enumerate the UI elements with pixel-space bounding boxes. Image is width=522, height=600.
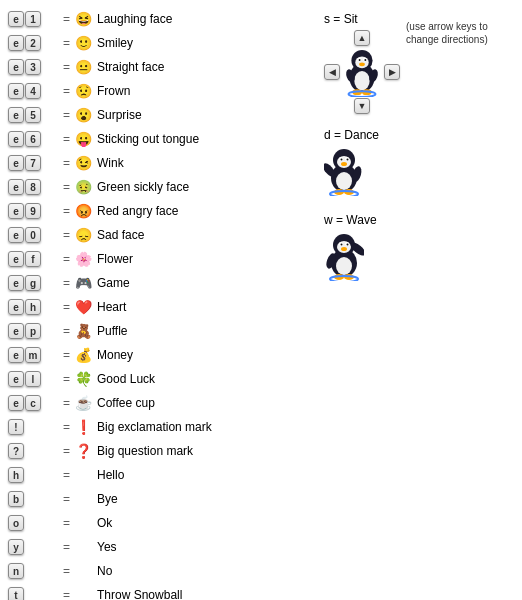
equals-sign: = [63, 180, 70, 194]
left-arrow-btn[interactable]: ◀ [324, 64, 340, 80]
keyboard-key[interactable]: 4 [25, 83, 41, 99]
shortcut-label: Hello [97, 468, 124, 482]
shortcut-emoji: ☕ [73, 393, 93, 413]
keyboard-key[interactable]: e [8, 203, 24, 219]
equals-sign: = [63, 228, 70, 242]
shortcut-emoji: 🧸 [73, 321, 93, 341]
svg-point-35 [347, 244, 349, 246]
sit-note: (use arrow keys to change directions) [406, 20, 501, 46]
main-container: e1=😆Laughing facee2=🙂Smileye3=😐Straight … [8, 8, 514, 600]
keyboard-key[interactable]: 3 [25, 59, 41, 75]
keyboard-key[interactable]: e [8, 371, 24, 387]
keyboard-key[interactable]: 1 [25, 11, 41, 27]
keyboard-key[interactable]: t [8, 587, 24, 600]
shortcut-row: e4=😟Frown [8, 80, 314, 102]
equals-sign: = [63, 132, 70, 146]
key-group: ! [8, 419, 60, 435]
right-arrow-btn[interactable]: ▶ [384, 64, 400, 80]
equals-sign: = [63, 108, 70, 122]
keyboard-key[interactable]: e [8, 131, 24, 147]
equals-sign: = [63, 84, 70, 98]
keyboard-key[interactable]: h [25, 299, 41, 315]
keyboard-key[interactable]: e [8, 59, 24, 75]
svg-point-7 [364, 59, 366, 61]
keyboard-key[interactable]: e [8, 395, 24, 411]
shortcut-row: h=Hello [8, 464, 314, 486]
keyboard-key[interactable]: e [8, 11, 24, 27]
shortcut-row: e8=🤢Green sickly face [8, 176, 314, 198]
keyboard-key[interactable]: 8 [25, 179, 41, 195]
key-group: b [8, 491, 60, 507]
equals-sign: = [63, 372, 70, 386]
keyboard-key[interactable]: e [8, 107, 24, 123]
key-group: e5 [8, 107, 60, 123]
shortcut-row: e5=😮Surprise [8, 104, 314, 126]
keyboard-key[interactable]: m [25, 347, 41, 363]
shortcut-row: e0=😞Sad face [8, 224, 314, 246]
keyboard-key[interactable]: e [8, 347, 24, 363]
keyboard-key[interactable]: e [8, 179, 24, 195]
shortcut-label: Big question mark [97, 444, 193, 458]
equals-sign: = [63, 492, 70, 506]
keyboard-key[interactable]: 5 [25, 107, 41, 123]
keyboard-key[interactable]: ? [8, 443, 24, 459]
shortcut-label: Money [97, 348, 133, 362]
keyboard-key[interactable]: o [8, 515, 24, 531]
keyboard-key[interactable]: p [25, 323, 41, 339]
dance-section: d = Dance [324, 128, 379, 199]
keyboard-key[interactable]: l [25, 371, 41, 387]
key-group: eh [8, 299, 60, 315]
keyboard-key[interactable]: 2 [25, 35, 41, 51]
shortcut-label: No [97, 564, 112, 578]
svg-point-20 [341, 159, 343, 161]
shortcut-row: e1=😆Laughing face [8, 8, 314, 30]
shortcut-row: o=Ok [8, 512, 314, 534]
keyboard-key[interactable]: 9 [25, 203, 41, 219]
up-arrow-btn[interactable]: ▲ [354, 30, 370, 46]
shortcut-emoji: 😐 [73, 57, 93, 77]
penguin-sit-image [342, 47, 382, 97]
key-group: ef [8, 251, 60, 267]
keyboard-key[interactable]: e [8, 275, 24, 291]
keyboard-key[interactable]: 7 [25, 155, 41, 171]
shortcut-emoji: 😉 [73, 153, 93, 173]
key-group: t [8, 587, 60, 600]
shortcut-row: ec=☕Coffee cup [8, 392, 314, 414]
keyboard-key[interactable]: y [8, 539, 24, 555]
equals-sign: = [63, 324, 70, 338]
keyboard-key[interactable]: c [25, 395, 41, 411]
dance-label: d = Dance [324, 128, 379, 142]
equals-sign: = [63, 564, 70, 578]
key-group: e9 [8, 203, 60, 219]
keyboard-key[interactable]: b [8, 491, 24, 507]
shortcut-row: eg=🎮Game [8, 272, 314, 294]
keyboard-key[interactable]: e [8, 35, 24, 51]
keyboard-key[interactable]: n [8, 563, 24, 579]
shortcut-label: Sad face [97, 228, 144, 242]
shortcut-row: em=💰Money [8, 344, 314, 366]
keyboard-key[interactable]: e [8, 299, 24, 315]
equals-sign: = [63, 396, 70, 410]
equals-sign: = [63, 444, 70, 458]
keyboard-key[interactable]: g [25, 275, 41, 291]
shortcut-emoji: 😆 [73, 9, 93, 29]
keyboard-key[interactable]: e [8, 227, 24, 243]
keyboard-key[interactable]: ! [8, 419, 24, 435]
down-arrow-btn[interactable]: ▼ [354, 98, 370, 114]
keyboard-key[interactable]: 6 [25, 131, 41, 147]
keyboard-key[interactable]: e [8, 323, 24, 339]
key-group: ? [8, 443, 60, 459]
shortcut-row: ep=🧸Puffle [8, 320, 314, 342]
shortcut-emoji: ❓ [73, 441, 93, 461]
keyboard-key[interactable]: e [8, 83, 24, 99]
keyboard-key[interactable]: e [8, 251, 24, 267]
shortcut-label: Bye [97, 492, 118, 506]
keyboard-key[interactable]: e [8, 155, 24, 171]
shortcut-label: Big exclamation mark [97, 420, 212, 434]
keyboard-key[interactable]: h [8, 467, 24, 483]
equals-sign: = [63, 588, 70, 600]
keyboard-key[interactable]: 0 [25, 227, 41, 243]
keyboard-key[interactable]: f [25, 251, 41, 267]
key-group: el [8, 371, 60, 387]
equals-sign: = [63, 420, 70, 434]
